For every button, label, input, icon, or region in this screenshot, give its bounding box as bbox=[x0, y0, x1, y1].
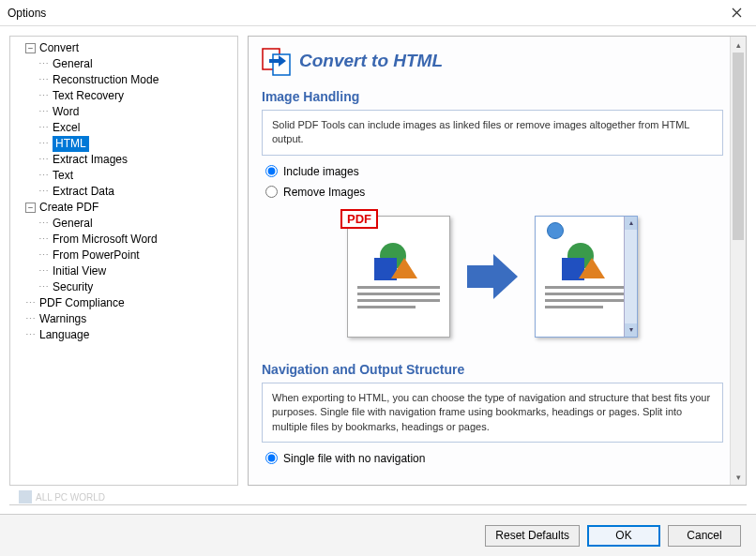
tree-panel: −Convert ⋯General ⋯Reconstruction Mode ⋯… bbox=[9, 36, 238, 486]
tree-node-text[interactable]: ⋯Text bbox=[12, 168, 235, 184]
arrow-right-icon bbox=[467, 254, 518, 299]
tree-node-reconstruction[interactable]: ⋯Reconstruction Mode bbox=[12, 72, 235, 88]
pdf-badge: PDF bbox=[340, 209, 378, 229]
scroll-down-arrow-icon[interactable]: ▾ bbox=[731, 469, 746, 485]
watermark-icon bbox=[19, 490, 32, 503]
section-navigation-title: Navigation and Output Structure bbox=[262, 362, 723, 377]
tree-node-html[interactable]: ⋯HTML bbox=[12, 136, 235, 152]
settings-panel: Convert to HTML Image Handling Solid PDF… bbox=[248, 36, 747, 486]
collapse-icon[interactable]: − bbox=[25, 203, 36, 213]
page-header: Convert to HTML bbox=[262, 46, 723, 76]
ok-button[interactable]: OK bbox=[587, 525, 660, 547]
radio-remove-images[interactable]: Remove Images bbox=[265, 186, 723, 199]
vertical-scrollbar[interactable]: ▴ ▾ bbox=[730, 37, 746, 485]
tree-node-compliance[interactable]: ⋯PDF Compliance bbox=[12, 295, 235, 311]
tree-node-extract-data[interactable]: ⋯Extract Data bbox=[12, 184, 235, 200]
tree-node-language[interactable]: ⋯Language bbox=[12, 327, 235, 343]
globe-icon bbox=[547, 222, 564, 239]
section-navigation-desc: When exporting to HTML, you can choose t… bbox=[262, 383, 723, 443]
cancel-button[interactable]: Cancel bbox=[668, 525, 741, 547]
tree-node-from-word[interactable]: ⋯From Microsoft Word bbox=[12, 232, 235, 248]
tree-node-initial-view[interactable]: ⋯Initial View bbox=[12, 263, 235, 279]
close-button[interactable] bbox=[717, 0, 756, 26]
scroll-up-arrow-icon[interactable]: ▴ bbox=[731, 37, 746, 53]
radio-include-images[interactable]: Include images bbox=[265, 165, 723, 178]
titlebar: Options bbox=[0, 0, 756, 26]
tree-node-excel[interactable]: ⋯Excel bbox=[12, 120, 235, 136]
button-bar: Reset Defaults OK Cancel bbox=[0, 514, 756, 556]
window-title: Options bbox=[8, 7, 46, 20]
scrollbar-thumb[interactable] bbox=[733, 53, 744, 240]
pdf-doc-icon: PDF bbox=[347, 216, 450, 338]
tree-node-convert[interactable]: −Convert bbox=[12, 40, 235, 56]
radio-single-file-input[interactable] bbox=[265, 452, 278, 464]
tree-node-recovery[interactable]: ⋯Text Recovery bbox=[12, 88, 235, 104]
convert-html-icon bbox=[262, 46, 292, 76]
divider bbox=[9, 504, 747, 505]
tree-node-create-general[interactable]: ⋯General bbox=[12, 216, 235, 232]
tree-node-security[interactable]: ⋯Security bbox=[12, 279, 235, 295]
collapse-icon[interactable]: − bbox=[25, 43, 36, 53]
radio-remove-images-input[interactable] bbox=[265, 186, 278, 198]
tree-node-create-pdf[interactable]: −Create PDF bbox=[12, 200, 235, 216]
page-title: Convert to HTML bbox=[299, 51, 443, 71]
tree-node-general[interactable]: ⋯General bbox=[12, 56, 235, 72]
html-doc-icon: ▴▾ bbox=[535, 216, 638, 338]
section-image-handling-desc: Solid PDF Tools can include images as li… bbox=[262, 110, 723, 156]
radio-include-images-input[interactable] bbox=[265, 165, 278, 177]
tree-node-word[interactable]: ⋯Word bbox=[12, 104, 235, 120]
tree-node-warnings[interactable]: ⋯Warnings bbox=[12, 311, 235, 327]
tree-node-extract-images[interactable]: ⋯Extract Images bbox=[12, 152, 235, 168]
tree-node-from-ppt[interactable]: ⋯From PowerPoint bbox=[12, 248, 235, 263]
radio-single-file[interactable]: Single file with no navigation bbox=[265, 452, 723, 465]
mini-scrollbar: ▴▾ bbox=[624, 217, 637, 337]
illustration: PDF ▴▾ bbox=[262, 216, 723, 338]
watermark: ALL PC WORLD bbox=[19, 490, 105, 503]
close-icon bbox=[732, 8, 742, 18]
reset-defaults-button[interactable]: Reset Defaults bbox=[485, 525, 580, 547]
section-image-handling-title: Image Handling bbox=[262, 89, 723, 104]
